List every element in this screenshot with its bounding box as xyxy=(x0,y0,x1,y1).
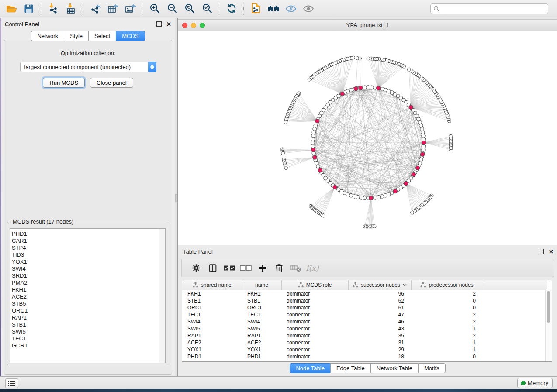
float-panel-icon[interactable] xyxy=(156,21,162,27)
network-node[interactable] xyxy=(281,151,285,155)
network-node[interactable] xyxy=(311,141,315,144)
close-table-panel-icon[interactable]: ✕ xyxy=(549,249,554,254)
mcds-result-item[interactable]: ACE2 xyxy=(12,293,165,300)
export-network-button[interactable] xyxy=(88,2,103,16)
column-header-MCDS-role[interactable]: MCDS role xyxy=(281,280,348,290)
import-network-button[interactable] xyxy=(46,2,61,16)
mcds-result-item[interactable]: PMA2 xyxy=(12,279,165,286)
mcds-dominator-node[interactable] xyxy=(369,196,373,200)
network-node[interactable] xyxy=(311,144,315,148)
save-session-button[interactable] xyxy=(21,2,36,16)
mcds-result-item[interactable]: TEC1 xyxy=(12,335,165,342)
network-node[interactable] xyxy=(421,131,425,134)
hide-selected-button[interactable] xyxy=(284,2,298,16)
table-row[interactable]: STB1STB1dominator620 xyxy=(182,297,547,304)
network-node[interactable] xyxy=(322,214,325,217)
mcds-dominator-node[interactable] xyxy=(404,182,408,186)
table-settings-button[interactable] xyxy=(188,261,204,275)
table-tab-motifs[interactable]: Motifs xyxy=(418,363,446,373)
panel-splitter[interactable] xyxy=(175,18,178,376)
mcds-result-item[interactable]: STB5 xyxy=(12,300,165,307)
table-tab-network-table[interactable]: Network Table xyxy=(370,363,418,373)
select-all-button[interactable] xyxy=(221,261,238,275)
mcds-result-item[interactable]: RAP1 xyxy=(12,314,165,321)
refresh-view-button[interactable] xyxy=(224,2,239,16)
mcds-dominator-node[interactable] xyxy=(409,105,413,109)
table-row[interactable]: SWI5SWI5connector431 xyxy=(182,325,547,332)
zoom-out-button[interactable] xyxy=(165,2,180,16)
splitter-grip[interactable] xyxy=(175,194,177,202)
network-node[interactable] xyxy=(367,86,370,89)
table-scrollbar-thumb[interactable] xyxy=(547,291,550,323)
network-node[interactable] xyxy=(422,148,425,151)
mcds-dominator-node[interactable] xyxy=(354,87,358,91)
memory-button[interactable]: Memory xyxy=(517,378,553,388)
table-scrollbar[interactable] xyxy=(545,289,552,361)
network-node[interactable] xyxy=(284,166,288,170)
network-node[interactable] xyxy=(308,78,311,81)
table-row[interactable]: FKH1FKH1dominator962 xyxy=(182,290,547,298)
mcds-result-list[interactable]: PHD1CAR1STP4TID3YOX1SWI4SRD1PMA2FKH1ACE2… xyxy=(10,228,166,363)
tab-mcds[interactable]: MCDS xyxy=(116,31,145,41)
tab-select[interactable]: Select xyxy=(88,31,116,41)
network-node[interactable] xyxy=(363,196,367,200)
delete-table-button[interactable] xyxy=(287,261,304,275)
import-table-button[interactable] xyxy=(63,2,78,16)
table-row[interactable]: ACE2ACE2connector311 xyxy=(182,339,547,346)
mcds-result-item[interactable]: GCR1 xyxy=(12,342,165,349)
tab-network[interactable]: Network xyxy=(31,31,64,41)
mcds-result-item[interactable]: SWI5 xyxy=(12,328,165,335)
network-node[interactable] xyxy=(311,138,315,141)
mcds-dominator-node[interactable] xyxy=(412,172,415,176)
window-close-icon[interactable] xyxy=(182,23,187,28)
network-node[interactable] xyxy=(367,57,370,60)
criterion-select[interactable]: largest connected component (undirected) xyxy=(20,62,156,72)
network-node[interactable] xyxy=(356,196,360,199)
result-scrollbar[interactable] xyxy=(159,229,165,363)
table-row[interactable]: PHD1PHD1dominator180 xyxy=(182,353,547,360)
tab-style[interactable]: Style xyxy=(64,31,88,41)
export-table-button[interactable] xyxy=(105,2,120,16)
column-header-successor-nodes[interactable]: successor nodes xyxy=(348,280,411,290)
first-neighbors-button[interactable] xyxy=(266,2,281,16)
mcds-result-item[interactable]: ORC1 xyxy=(12,307,165,314)
mcds-dominator-node[interactable] xyxy=(416,166,420,170)
column-header-shared-name[interactable]: shared name xyxy=(182,280,242,290)
task-history-button[interactable] xyxy=(5,378,18,388)
close-panel-button[interactable]: Close panel xyxy=(90,78,133,88)
mcds-result-item[interactable]: PHD1 xyxy=(12,230,165,237)
column-header-predecessor-nodes[interactable]: predecessor nodes xyxy=(411,280,483,290)
mcds-dominator-node[interactable] xyxy=(311,148,315,152)
table-row[interactable]: YOX1YOX1connector291 xyxy=(182,346,547,353)
network-node[interactable] xyxy=(407,68,411,71)
network-node[interactable] xyxy=(449,134,453,138)
network-node[interactable] xyxy=(422,134,425,138)
mcds-result-item[interactable]: SWI4 xyxy=(12,265,165,272)
network-window-titlebar[interactable]: YPA_prune.txt_1 xyxy=(178,19,557,31)
network-node[interactable] xyxy=(313,127,316,131)
mcds-result-item[interactable]: FKH1 xyxy=(12,286,165,293)
network-node[interactable] xyxy=(353,195,356,198)
network-canvas[interactable] xyxy=(178,31,557,245)
network-node[interactable] xyxy=(374,196,377,199)
mcds-dominator-node[interactable] xyxy=(393,189,397,193)
network-node[interactable] xyxy=(373,225,376,228)
mcds-dominator-node[interactable] xyxy=(333,185,337,189)
zoom-selected-button[interactable] xyxy=(200,2,214,16)
table-row[interactable]: RAP1RAP1dominator352 xyxy=(182,332,547,339)
mcds-result-item[interactable]: STP4 xyxy=(12,244,165,251)
table-tab-edge-table[interactable]: Edge Table xyxy=(330,363,370,373)
network-node[interactable] xyxy=(377,196,381,199)
mcds-result-item[interactable]: YOX1 xyxy=(12,258,165,265)
table-row[interactable]: SWI4SWI4dominator462 xyxy=(182,318,547,325)
mcds-result-item[interactable]: STB1 xyxy=(12,321,165,328)
mcds-dominator-node[interactable] xyxy=(421,152,425,156)
window-minimize-icon[interactable] xyxy=(191,23,196,28)
table-row[interactable]: ORC1ORC1dominator610 xyxy=(182,304,547,311)
network-node[interactable] xyxy=(358,57,362,60)
delete-column-button[interactable] xyxy=(271,261,287,275)
export-image-button[interactable] xyxy=(123,2,138,16)
network-node[interactable] xyxy=(422,144,426,148)
zoom-in-button[interactable] xyxy=(147,2,162,16)
network-node[interactable] xyxy=(311,134,315,138)
